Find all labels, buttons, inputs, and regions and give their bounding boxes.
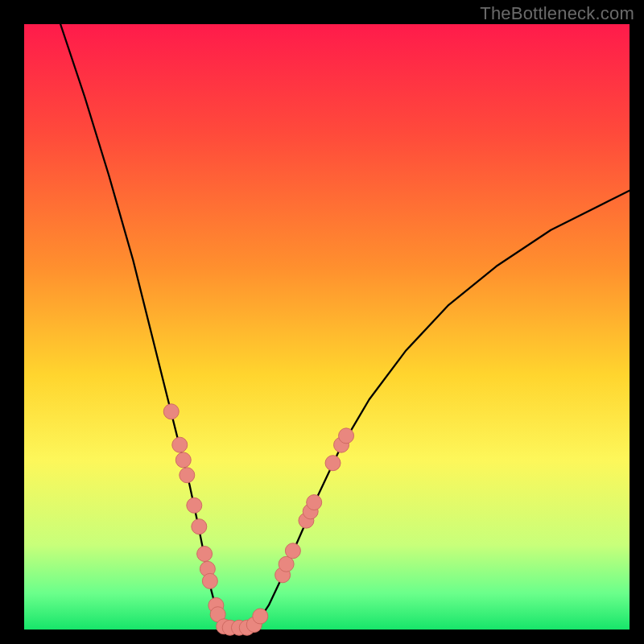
marker-point [253, 609, 268, 624]
marker-point [172, 437, 188, 452]
marker-point [187, 497, 202, 513]
marker-point [325, 456, 341, 471]
marker-point [285, 543, 300, 559]
marker-point [163, 404, 179, 419]
watermark-text: TheBottleneck.com [480, 3, 634, 24]
marker-point [197, 547, 213, 562]
plot-svg [0, 0, 644, 644]
marker-point [180, 468, 195, 483]
marker-point [192, 519, 207, 535]
marker-point [339, 428, 354, 444]
marker-point [307, 495, 322, 510]
marker-point [175, 452, 191, 468]
plot-background [24, 24, 630, 630]
chart-stage: TheBottleneck.com [0, 0, 644, 644]
marker-point [279, 556, 294, 572]
marker-point [202, 573, 217, 588]
